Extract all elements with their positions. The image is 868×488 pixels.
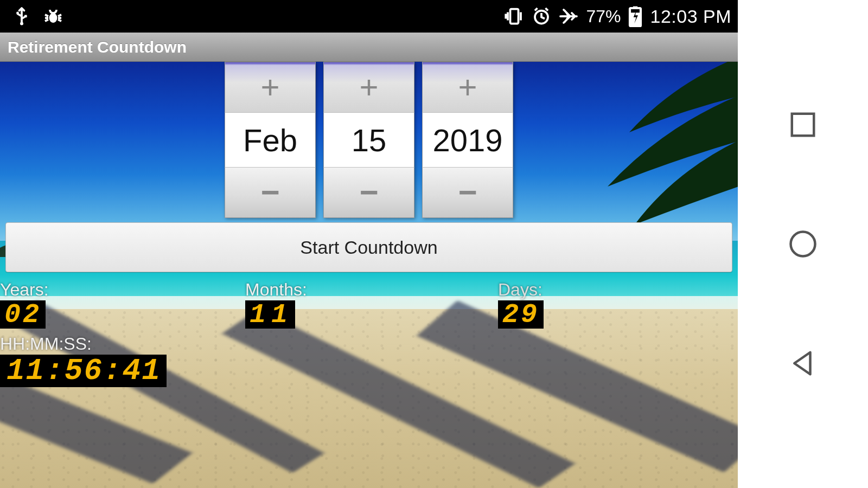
months-value: 11 [245,300,295,329]
days-value: 29 [498,300,544,329]
date-picker: + Feb − + 15 − + 2019 − [225,62,513,218]
years-label: Years: [0,280,49,300]
svg-point-0 [16,12,19,15]
day-value[interactable]: 15 [323,113,414,167]
start-countdown-button[interactable]: Start Countdown [5,222,732,272]
battery-percent: 77% [586,7,621,27]
system-nav-bar [738,0,868,488]
hms-label: HH:MM:SS: [0,334,92,354]
day-picker: + 15 − [323,62,414,218]
home-button[interactable] [788,229,818,259]
svg-rect-7 [633,7,637,9]
airplane-icon [559,7,578,26]
recent-apps-button[interactable] [788,110,818,139]
debug-icon [43,7,63,26]
months-label: Months: [245,280,307,300]
device-screen: 77% 12:03 PM Retirement Countdown [0,0,738,488]
vibrate-icon [505,7,524,26]
status-left [12,7,63,26]
palm-leaf-decor [488,62,738,224]
year-picker: + 2019 − [422,62,513,218]
usb-icon [12,7,31,26]
svg-rect-9 [792,114,814,136]
days-label: Days: [498,280,542,300]
svg-point-3 [49,13,58,23]
month-increment-button[interactable]: + [225,62,316,113]
years-value: 02 [0,300,46,329]
start-button-label: Start Countdown [300,237,437,258]
app-bar: Retirement Countdown [0,33,738,62]
svg-rect-4 [510,9,519,24]
month-picker: + Feb − [225,62,316,218]
app-title: Retirement Countdown [8,38,187,56]
content-area: + Feb − + 15 − + 2019 − Start Countdown … [0,62,738,488]
svg-point-10 [791,232,815,256]
status-time: 12:03 PM [650,6,731,27]
alarm-icon [532,7,551,26]
day-increment-button[interactable]: + [323,62,414,113]
battery-charging-icon [628,5,642,27]
year-decrement-button[interactable]: − [422,167,513,218]
svg-point-2 [20,22,23,25]
status-right: 77% 12:03 PM [505,5,731,27]
status-bar: 77% 12:03 PM [0,0,738,33]
month-decrement-button[interactable]: − [225,167,316,218]
year-increment-button[interactable]: + [422,62,513,113]
back-button[interactable] [788,349,818,378]
svg-rect-1 [24,15,27,18]
hms-value: 11:56:41 [0,355,167,387]
month-value[interactable]: Feb [225,113,316,167]
day-decrement-button[interactable]: − [323,167,414,218]
year-value[interactable]: 2019 [422,113,513,167]
